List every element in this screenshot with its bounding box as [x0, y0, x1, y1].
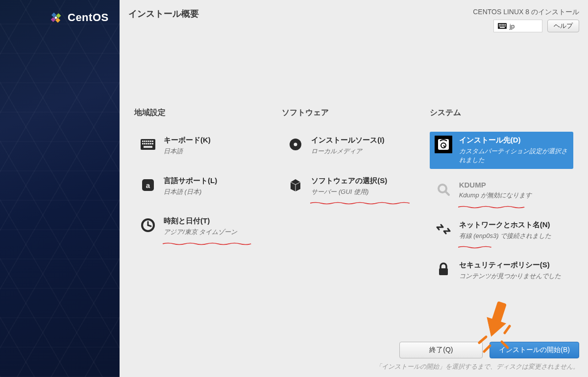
annotation-underline — [310, 198, 420, 201]
svg-point-37 — [294, 143, 297, 146]
svg-rect-20 — [146, 141, 147, 142]
magnifier-icon — [435, 181, 452, 198]
brand-logo-row: CentOS — [48, 10, 109, 25]
language-icon: a — [139, 176, 157, 194]
svg-rect-15 — [505, 25, 506, 26]
spoke-security-title: セキュリティーポリシー(S) — [459, 260, 568, 270]
quit-button[interactable]: 終了(Q) — [399, 342, 483, 358]
spoke-install-destination-status: カスタムパーティション設定が選択されました — [459, 147, 568, 164]
disc-icon — [287, 136, 304, 153]
spoke-keyboard-status: 日本語 — [164, 147, 273, 156]
svg-rect-30 — [144, 146, 152, 148]
spoke-keyboard[interactable]: キーボード(K) 日本語 — [134, 132, 278, 161]
svg-rect-10 — [505, 24, 506, 25]
header-right: CENTOS LINUX 8 のインストール jp ヘルプ — [473, 8, 579, 32]
spoke-kdump[interactable]: KDUMP Kdump が無効になります — [430, 177, 573, 205]
keyboard-layout-indicator[interactable]: jp — [493, 20, 542, 32]
main-panel: インストール概要 CENTOS LINUX 8 のインストール jp ヘルプ — [120, 0, 588, 377]
spoke-keyboard-title: キーボード(K) — [164, 136, 273, 145]
spoke-datetime-title: 時刻と日付(T) — [164, 216, 273, 226]
spoke-security-policy[interactable]: セキュリティーポリシー(S) コンテンツが見つかりませんでした — [430, 257, 573, 285]
lock-icon — [435, 260, 452, 278]
spoke-install-source[interactable]: インストールソース(I) ローカルメディア — [282, 132, 425, 161]
column-software: ソフトウェア インストールソース(I) ローカルメディア ソフトウェアの選択(S… — [282, 108, 425, 297]
svg-rect-43 — [439, 268, 448, 275]
spoke-install-source-status: ローカルメディア — [311, 147, 420, 156]
storage-icon — [435, 136, 452, 153]
svg-point-4 — [54, 16, 57, 19]
svg-line-42 — [445, 191, 449, 195]
svg-rect-11 — [499, 25, 500, 26]
svg-rect-21 — [148, 141, 149, 142]
header-row: インストール概要 CENTOS LINUX 8 のインストール jp ヘルプ — [128, 8, 579, 32]
spoke-network[interactable]: ネットワークとホスト名(N) 有線 (enp0s3) で接続されました — [430, 216, 573, 245]
footer-hint: 「インストールの開始」を選択するまで、ディスクは変更されません。 — [128, 362, 579, 371]
column-localization: 地域設定 キーボード(K) 日本語 a 言語サポート(L) 日本語 (日本) — [134, 108, 278, 297]
spoke-security-status: コンテンツが見つかりませんでした — [459, 272, 568, 281]
svg-rect-44 — [491, 302, 506, 324]
column-heading-system: システム — [430, 108, 573, 118]
help-button[interactable]: ヘルプ — [547, 20, 579, 32]
svg-text:a: a — [146, 181, 150, 189]
svg-marker-45 — [482, 317, 506, 339]
network-icon — [435, 220, 452, 238]
svg-line-47 — [505, 326, 510, 333]
spoke-language-title: 言語サポート(L) — [164, 176, 273, 186]
distro-title: CENTOS LINUX 8 のインストール — [473, 8, 579, 17]
svg-rect-23 — [152, 141, 153, 142]
annotation-underline — [163, 238, 273, 241]
spoke-language[interactable]: a 言語サポート(L) 日本語 (日本) — [134, 172, 278, 201]
svg-rect-14 — [503, 25, 504, 26]
column-heading-localization: 地域設定 — [134, 108, 278, 118]
keyboard-layout-label: jp — [510, 23, 514, 30]
spoke-datetime[interactable]: 時刻と日付(T) アジア/東京 タイムゾーン — [134, 212, 278, 241]
svg-line-35 — [148, 225, 151, 226]
svg-rect-16 — [500, 27, 505, 28]
svg-rect-8 — [502, 24, 503, 25]
column-system: システム インストール先(D) カスタムパーティション設定が選択されました KD… — [430, 108, 573, 297]
spoke-install-destination-title: インストール先(D) — [459, 136, 568, 145]
spoke-software-selection-title: ソフトウェアの選択(S) — [311, 176, 420, 186]
svg-rect-19 — [144, 141, 146, 142]
brand-name: CentOS — [68, 11, 109, 24]
svg-rect-7 — [500, 24, 501, 25]
spoke-install-source-title: インストールソース(I) — [311, 136, 420, 145]
svg-rect-9 — [503, 24, 504, 25]
footer-buttons: 終了(Q) インストールの開始(B) — [128, 342, 579, 358]
svg-rect-13 — [502, 25, 503, 26]
svg-rect-6 — [499, 24, 500, 25]
centos-logo-icon — [48, 10, 64, 25]
annotation-underline — [458, 242, 568, 245]
spoke-install-destination[interactable]: インストール先(D) カスタムパーティション設定が選択されました — [430, 132, 573, 169]
svg-rect-27 — [148, 143, 149, 144]
svg-rect-28 — [150, 143, 151, 144]
brand-sidebar: CentOS — [0, 0, 120, 377]
keyboard-icon — [498, 23, 507, 29]
svg-rect-24 — [142, 143, 144, 144]
begin-install-button[interactable]: インストールの開始(B) — [490, 342, 579, 358]
spoke-language-status: 日本語 (日本) — [164, 188, 273, 196]
svg-rect-22 — [150, 141, 151, 142]
package-icon — [287, 176, 304, 194]
footer: 終了(Q) インストールの開始(B) 「インストールの開始」を選択するまで、ディ… — [120, 342, 588, 371]
keyboard-icon — [139, 136, 157, 153]
annotation-underline — [458, 202, 568, 205]
clock-icon — [139, 216, 157, 234]
svg-rect-29 — [152, 143, 153, 144]
svg-rect-18 — [142, 141, 144, 142]
spoke-columns: 地域設定 キーボード(K) 日本語 a 言語サポート(L) 日本語 (日本) — [134, 108, 573, 297]
spoke-software-selection[interactable]: ソフトウェアの選択(S) サーバー (GUI 使用) — [282, 172, 425, 201]
column-heading-software: ソフトウェア — [282, 108, 425, 118]
spoke-kdump-title: KDUMP — [459, 181, 568, 189]
spoke-network-status: 有線 (enp0s3) で接続されました — [459, 232, 568, 240]
svg-rect-26 — [146, 143, 147, 144]
spoke-kdump-status: Kdump が無効になります — [459, 191, 568, 200]
spoke-datetime-status: アジア/東京 タイムゾーン — [164, 228, 273, 236]
svg-rect-25 — [144, 143, 146, 144]
spoke-network-title: ネットワークとホスト名(N) — [459, 220, 568, 230]
page-title: インストール概要 — [128, 8, 199, 20]
svg-rect-12 — [500, 25, 501, 26]
spoke-software-selection-status: サーバー (GUI 使用) — [311, 188, 420, 196]
